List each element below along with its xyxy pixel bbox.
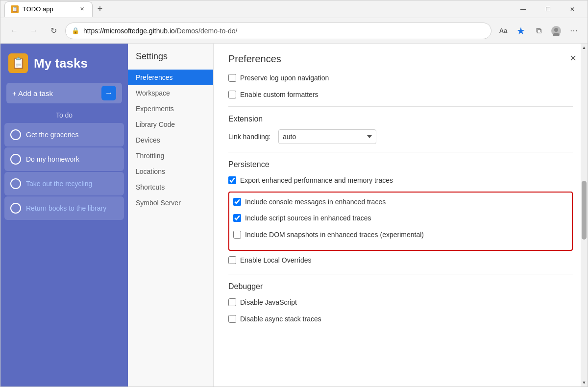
todo-app-title: My tasks [34,56,88,71]
custom-formatters-label[interactable]: Enable custom formatters [240,90,318,100]
todo-item[interactable]: Do my homework [4,147,124,171]
include-dom-row: Include DOM snapshots in enhanced traces… [233,229,568,241]
link-handling-select[interactable]: auto ask always [278,129,376,144]
add-task-bar[interactable]: + Add a task → [6,83,122,103]
disable-async-row: Disable async stack traces [228,314,573,325]
divider-1 [228,106,573,107]
more-options-button[interactable]: ⋯ [566,23,582,39]
local-overrides-checkbox[interactable] [228,256,236,264]
export-traces-checkbox[interactable] [228,176,236,184]
refresh-button[interactable]: ↻ [46,23,61,39]
todo-sidebar: 📋 My tasks + Add a task → To do Get the … [0,44,128,387]
custom-formatters-checkbox[interactable] [228,91,236,98]
todo-item[interactable]: Return books to the library [4,196,124,220]
restore-button[interactable]: ☐ [537,0,559,18]
preserve-log-label[interactable]: Preserve log upon navigation [240,73,329,83]
settings-panel-title: Preferences [228,53,573,65]
tab-favicon: 📋 [11,5,19,13]
preserve-log-row: Preserve log upon navigation [228,73,573,84]
settings-nav-devices[interactable]: Devices [128,132,213,148]
tab-close-button[interactable]: ✕ [77,5,86,14]
todo-item[interactable]: Take out the recycling [4,172,124,195]
divider-3 [228,274,573,274]
preserve-log-checkbox[interactable] [228,74,236,82]
tab-bar: 📋 TODO app ✕ + [4,1,512,17]
todo-list: Get the groceries Do my homework Take ou… [0,123,128,220]
settings-nav-preferences[interactable]: Preferences [128,70,213,85]
todo-section-label: To do [0,111,128,119]
scrollbar-track[interactable]: ▲ ▼ [581,44,588,387]
export-traces-row: Export enhanced performance and memory t… [228,175,573,187]
close-button[interactable]: ✕ [561,0,584,18]
custom-formatters-row: Enable custom formatters [228,89,573,101]
back-button[interactable]: ← [6,23,22,39]
settings-nav-experiments[interactable]: Experiments [128,101,213,117]
new-tab-button[interactable]: + [93,2,107,17]
scroll-down-button[interactable]: ▼ [581,379,588,387]
url-bar[interactable]: 🔒 https://microsoftedge.github.io/Demos/… [65,23,491,39]
include-script-label[interactable]: Include script sources in enhanced trace… [245,214,371,223]
local-overrides-row: Enable Local Overrides [228,255,573,266]
add-task-arrow-button[interactable]: → [101,86,116,100]
todo-checkbox-2[interactable] [10,154,21,165]
settings-sidebar: Settings Preferences Workspace Experimen… [128,44,214,387]
include-dom-checkbox[interactable] [233,231,241,239]
settings-close-button[interactable]: ✕ [566,51,580,65]
debugger-section-title: Debugger [228,282,573,291]
minimize-button[interactable]: — [512,0,535,18]
include-console-row: Include console messages in enhanced tra… [233,196,568,208]
active-tab[interactable]: 📋 TODO app ✕ [4,1,93,17]
include-script-checkbox[interactable] [233,214,241,222]
profile-button[interactable] [548,23,564,39]
include-console-checkbox[interactable] [233,198,241,206]
main-content: 📋 My tasks + Add a task → To do Get the … [0,44,588,387]
disable-js-label[interactable]: Disable JavaScript [240,298,297,308]
debugger-section: Debugger Disable JavaScript Disable asyn… [228,282,573,325]
favorites-button[interactable]: ★ [513,23,529,39]
include-console-label[interactable]: Include console messages in enhanced tra… [245,197,386,207]
export-traces-label[interactable]: Export enhanced performance and memory t… [240,176,393,186]
settings-content: ✕ Preferences Preserve log upon navigati… [214,44,588,387]
persistence-section-title: Persistence [228,160,573,169]
settings-nav-shortcuts[interactable]: Shortcuts [128,179,213,195]
disable-async-label[interactable]: Disable async stack traces [240,314,321,324]
settings-nav-symbol-server[interactable]: Symbol Server [128,195,213,211]
todo-item-text-4: Return books to the library [26,204,106,213]
read-aloud-button[interactable]: Aa [495,23,511,39]
settings-nav-workspace[interactable]: Workspace [128,85,213,101]
settings-title: Settings [128,51,213,70]
forward-button[interactable]: → [26,23,42,39]
add-icon: + Add a task [12,89,53,97]
scrollbar-thumb[interactable] [582,181,587,240]
highlighted-persistence-box: Include console messages in enhanced tra… [228,192,573,251]
todo-header: 📋 My tasks [0,44,128,83]
disable-js-checkbox[interactable] [228,298,236,306]
todo-item-text-1: Get the groceries [26,130,78,139]
include-dom-label[interactable]: Include DOM snapshots in enhanced traces… [245,230,424,240]
collections-button[interactable]: ⧉ [531,23,546,39]
divider-2 [228,152,573,152]
todo-checkbox-3[interactable] [10,178,21,189]
disable-async-checkbox[interactable] [228,315,236,323]
todo-checkbox-4[interactable] [10,203,21,214]
include-script-row: Include script sources in enhanced trace… [233,213,568,224]
tab-title: TODO app [23,5,74,13]
settings-nav-locations[interactable]: Locations [128,164,213,179]
todo-checkbox-1[interactable] [10,129,21,140]
svg-point-1 [554,28,558,32]
settings-nav-throttling[interactable]: Throttling [128,148,213,164]
url-domain-highlight: microsoftedge.github.io [104,27,175,35]
title-bar: 📋 TODO app ✕ + — ☐ ✕ [0,0,588,18]
todo-item-text-3: Take out the recycling [26,179,92,188]
devtools-panel: Settings Preferences Workspace Experimen… [128,44,588,387]
url-text: https://microsoftedge.github.io/Demos/de… [83,27,485,35]
url-domain: https:// [83,27,104,35]
local-overrides-label[interactable]: Enable Local Overrides [240,256,312,266]
extension-section: Extension Link handling: auto ask always [228,115,573,144]
link-handling-row: Link handling: auto ask always [228,129,573,144]
scroll-up-button[interactable]: ▲ [581,44,588,51]
settings-nav-library-code[interactable]: Library Code [128,117,213,132]
url-path: /Demos/demo-to-do/ [175,27,238,35]
todo-item[interactable]: Get the groceries [4,123,124,146]
add-task-label: + Add a task [12,89,53,97]
